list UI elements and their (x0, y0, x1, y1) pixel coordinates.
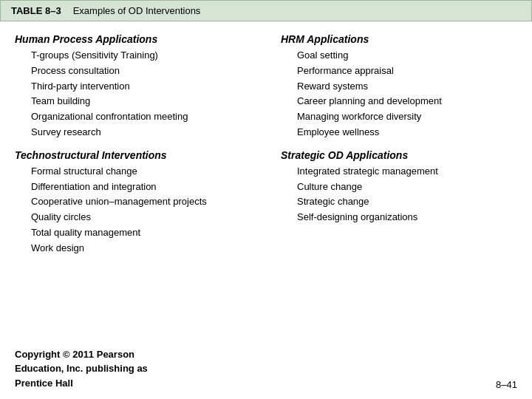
left-column: Human Process Applications T-groups (Sen… (15, 33, 281, 265)
list-item: Quality circles (31, 210, 281, 225)
technostructural-section: Technostructural Interventions Formal st… (15, 149, 281, 256)
human-process-items: T-groups (Sensitivity Training) Process … (15, 48, 281, 140)
footer-page-number: 8–41 (496, 379, 517, 390)
list-item: Process consultation (31, 64, 281, 79)
list-item: Integrated strategic management (297, 164, 532, 180)
list-item: Survey research (31, 125, 281, 140)
hrm-items: Goal setting Performance appraisal Rewar… (281, 48, 532, 140)
list-item: Employee wellness (297, 125, 532, 140)
footer-copyright: Copyright © 2011 PearsonEducation, Inc. … (15, 347, 148, 391)
hrm-heading: HRM Applications (281, 33, 532, 45)
list-item: Team building (31, 94, 281, 109)
content-area: Human Process Applications T-groups (Sen… (0, 21, 532, 273)
hrm-section: HRM Applications Goal setting Performanc… (281, 33, 532, 140)
list-item: Third-party intervention (31, 79, 281, 95)
strategic-od-items: Integrated strategic management Culture … (281, 164, 532, 225)
list-item: Goal setting (297, 48, 532, 64)
list-item: T-groups (Sensitivity Training) (31, 48, 281, 64)
human-process-heading: Human Process Applications (15, 33, 281, 45)
list-item: Strategic change (297, 194, 532, 210)
list-item: Reward systems (297, 79, 532, 95)
footer-area: Copyright © 2011 PearsonEducation, Inc. … (0, 340, 532, 391)
list-item: Managing workforce diversity (297, 109, 532, 125)
strategic-od-heading: Strategic OD Applications (281, 149, 532, 161)
right-column: HRM Applications Goal setting Performanc… (281, 33, 532, 265)
list-item: Cooperative union–management projects (31, 194, 281, 210)
list-item: Organizational confrontation meeting (31, 109, 281, 125)
technostructural-items: Formal structural change Differentiation… (15, 164, 281, 256)
table-header: TABLE 8–3 Examples of OD Interventions (0, 0, 532, 21)
list-item: Formal structural change (31, 164, 281, 180)
list-item: Work design (31, 241, 281, 256)
list-item: Culture change (297, 180, 532, 195)
human-process-section: Human Process Applications T-groups (Sen… (15, 33, 281, 140)
strategic-od-section: Strategic OD Applications Integrated str… (281, 149, 532, 225)
technostructural-heading: Technostructural Interventions (15, 149, 281, 161)
list-item: Performance appraisal (297, 64, 532, 79)
list-item: Career planning and development (297, 94, 532, 109)
list-item: Differentiation and integration (31, 180, 281, 195)
list-item: Total quality management (31, 225, 281, 241)
page-container: TABLE 8–3 Examples of OD Interventions H… (0, 0, 532, 399)
list-item: Self-designing organizations (297, 210, 532, 225)
table-title: Examples of OD Interventions (73, 5, 201, 16)
table-number: TABLE 8–3 (11, 5, 61, 16)
